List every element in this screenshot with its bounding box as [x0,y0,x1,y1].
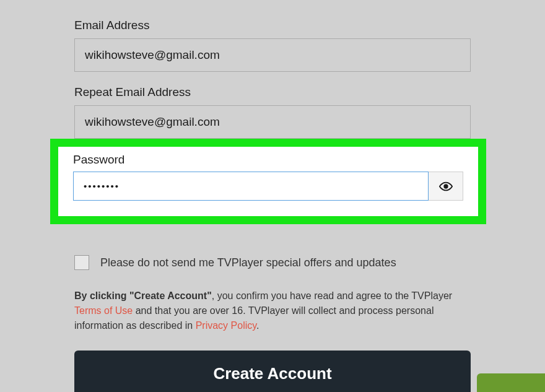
email-field-group: Email Address [74,19,471,72]
watermark-tab [477,373,545,392]
password-label: Password [73,153,463,167]
eye-icon [439,180,453,193]
legal-text: By clicking "Create Account", you confir… [74,289,471,333]
repeat-email-label: Repeat Email Address [74,85,471,99]
privacy-link[interactable]: Privacy Policy [196,320,256,331]
toggle-password-visibility-button[interactable] [429,172,463,201]
legal-part3: . [256,320,259,331]
terms-link[interactable]: Terms of Use [74,305,133,316]
repeat-email-input[interactable] [74,105,471,139]
password-row [73,172,463,201]
password-highlight: Password [50,139,486,224]
opt-out-label: Please do not send me TVPlayer special o… [100,256,396,269]
email-input[interactable] [74,38,471,72]
create-account-button[interactable]: Create Account [74,351,471,392]
opt-out-row: Please do not send me TVPlayer special o… [74,255,471,270]
email-label: Email Address [74,19,471,32]
svg-point-0 [444,185,448,188]
password-input[interactable] [73,172,429,201]
repeat-email-field-group: Repeat Email Address [74,85,471,139]
legal-part1: , you confirm you have read and agree to… [212,290,452,301]
legal-prefix: By clicking "Create Account" [74,290,212,301]
opt-out-checkbox[interactable] [74,255,89,270]
